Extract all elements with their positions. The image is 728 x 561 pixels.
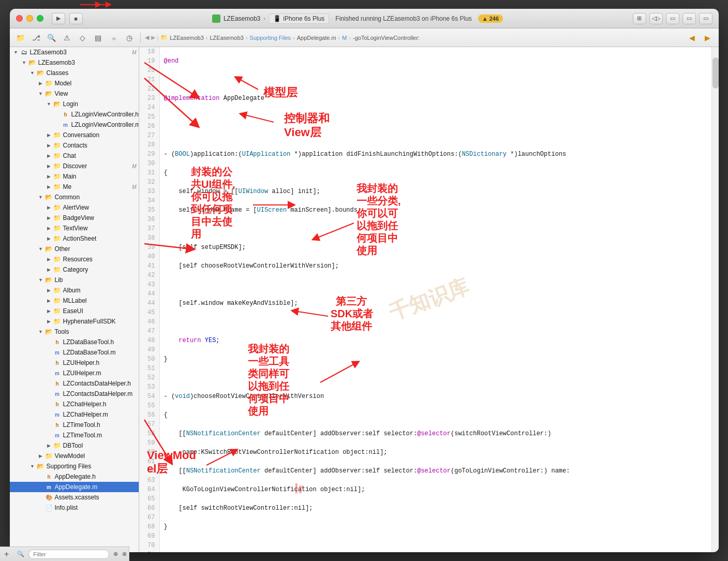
tree-item-album[interactable]: ▶ Album <box>10 285 139 296</box>
panel-toggle-btn[interactable]: ⊞ <box>633 13 646 24</box>
navigator-folder-btn[interactable]: 📁 <box>14 31 27 45</box>
tree-item-lzchathelper-h[interactable]: ▶ h LZChatHelper.h <box>10 399 139 409</box>
breadcrumb-item-2[interactable]: LZEasemob3 <box>210 35 243 41</box>
tree-item-me[interactable]: ▶ Me M <box>10 182 139 192</box>
tree-item-lzdatabasetool-m[interactable]: ▶ m LZDataBaseTool.m <box>10 347 139 358</box>
folder-icon <box>28 58 37 67</box>
tree-item-tools[interactable]: ▼ Tools <box>10 327 139 337</box>
tree-item-assets[interactable]: ▶ 🎨 Assets.xcassets <box>10 492 139 503</box>
device-name: iPhone 6s Plus <box>283 15 324 22</box>
tree-item-view[interactable]: ▼ View <box>10 88 139 99</box>
tree-item-lib[interactable]: ▼ Lib <box>10 275 139 285</box>
ln-52: 52 <box>139 373 159 382</box>
tree-item-infoplist[interactable]: ▶ 📄 Info.plist <box>10 503 139 513</box>
breadcrumb-item-4[interactable]: AppDelegate.m <box>297 35 336 41</box>
tree-item-lzdatabasetool-h[interactable]: ▶ h LZDataBaseTool.h <box>10 337 139 347</box>
run-button[interactable]: ▶ <box>52 13 65 24</box>
tree-item-discover[interactable]: ▶ Discover M <box>10 161 139 171</box>
breadcrumb-nav-fwd[interactable]: ▶ <box>151 34 155 41</box>
tree-item-lzeasemob3-root[interactable]: ▼ 🗂 LZEasemob3 M <box>10 47 139 57</box>
navigator-btn[interactable]: ▭ <box>666 13 679 24</box>
tree-item-main[interactable]: ▶ Main <box>10 171 139 182</box>
tree-item-alertview[interactable]: ▶ AlertView <box>10 202 139 213</box>
tree-item-lzchathelper-m[interactable]: ▶ m LZChatHelper.m <box>10 409 139 420</box>
minimize-button[interactable] <box>26 15 33 22</box>
file-h-icon: h <box>62 110 70 119</box>
warning-badge[interactable]: ▲ 246 <box>478 14 503 23</box>
expand-arrow: ▶ <box>45 288 53 293</box>
tree-item-lzeasemob3-group[interactable]: ▼ LZEasemob3 <box>10 57 139 68</box>
tree-item-hyphenate[interactable]: ▶ HyphenateFullSDK <box>10 316 139 327</box>
source-control-btn[interactable]: ⎇ <box>29 31 43 45</box>
expand-arrow: ▶ <box>45 132 53 138</box>
ln-31: 31 <box>139 168 159 178</box>
tree-item-contacts[interactable]: ▶ Contacts <box>10 140 139 151</box>
breadcrumb-item-5[interactable]: M <box>342 35 347 41</box>
tree-label: LZEasemob3 <box>38 59 75 66</box>
tree-item-actionsheet[interactable]: ▶ ActionSheet <box>10 233 139 244</box>
tree-item-dbtool[interactable]: ▶ DBTool <box>10 440 139 451</box>
code-content[interactable]: @end @implementation AppDelegate - (BOOL… <box>160 47 719 552</box>
expand-arrow: ▶ <box>45 174 53 179</box>
search-btn[interactable]: 🔍 <box>45 31 58 45</box>
tree-item-other[interactable]: ▼ Other <box>10 244 139 254</box>
tree-item-conversation[interactable]: ▶ Conversation <box>10 130 139 140</box>
editor-btn[interactable]: ▭ <box>682 13 696 24</box>
test-btn[interactable]: ◇ <box>76 31 90 45</box>
tree-item-lzloginvc-m[interactable]: ▶ m LZLoginViewController.m <box>10 120 139 130</box>
history-btn[interactable]: ◷ <box>123 31 136 45</box>
vertical-scrollbar[interactable] <box>711 47 719 552</box>
tree-item-viewmodel[interactable]: ▶ ViewModel <box>10 451 139 461</box>
tree-item-lzcontactshelper-m[interactable]: ▶ m LZContactsDataHelper.m <box>10 389 139 399</box>
ln-54: 54 <box>139 392 159 401</box>
back-forward-btn[interactable]: ◁▷ <box>649 13 663 24</box>
tree-item-lztimetool-m[interactable]: ▶ m LZTimeTool.m <box>10 430 139 440</box>
scrollbar-thumb[interactable] <box>712 57 719 88</box>
maximize-button[interactable] <box>37 15 43 22</box>
breakpoint-btn[interactable]: ⬦ <box>107 31 121 45</box>
tree-item-lzloginvc-h[interactable]: ▶ h LZLoginViewController.h <box>10 109 139 120</box>
tree-item-appdelegate-h[interactable]: ▶ h AppDelegate.h <box>10 471 139 482</box>
code-container[interactable]: 18 19 20 21 22 23 24 25 26 27 28 29 30 3… <box>139 47 719 552</box>
device-badge[interactable]: 📱 iPhone 6s Plus <box>269 13 329 24</box>
tree-item-lztimetool-h[interactable]: ▶ h LZTimeTool.h <box>10 420 139 430</box>
folder-icon <box>53 297 62 305</box>
tree-item-resources[interactable]: ▶ Resources <box>10 254 139 264</box>
tree-item-login[interactable]: ▼ Login <box>10 99 139 109</box>
folder-icon <box>45 193 53 201</box>
tree-item-model[interactable]: ▶ Model <box>10 78 139 88</box>
tree-item-chat[interactable]: ▶ Chat <box>10 151 139 161</box>
tree-item-mllabel[interactable]: ▶ MLLabel <box>10 296 139 306</box>
filter-options-btn[interactable]: ⊕ <box>113 551 118 552</box>
tree-item-textview[interactable]: ▶ TextView <box>10 223 139 233</box>
tree-item-lzcontactshelper-h[interactable]: ▶ h LZContactsDataHelper.h <box>10 378 139 389</box>
breadcrumb-nav-back[interactable]: ◀ <box>145 34 149 41</box>
breadcrumb-item-6[interactable]: -goToLoginViewController: <box>353 35 420 41</box>
tree-item-classes[interactable]: ▼ Classes <box>10 68 139 78</box>
tree-item-common[interactable]: ▼ Common <box>10 192 139 202</box>
ln-59: 59 <box>139 438 159 448</box>
ln-34: 34 <box>139 196 159 205</box>
filter-input[interactable] <box>28 550 109 553</box>
warning-nav-left[interactable]: ◀ <box>686 31 699 45</box>
stop-button[interactable]: ■ <box>69 13 83 24</box>
close-button[interactable] <box>16 15 23 22</box>
tree-item-category[interactable]: ▶ Category <box>10 264 139 275</box>
tree-item-appdelegate-m[interactable]: ▶ m AppDelegate.m <box>10 482 139 492</box>
tree-item-badgeview[interactable]: ▶ BadgeView <box>10 213 139 223</box>
utilities-btn[interactable]: ▭ <box>699 13 712 24</box>
ln-71: 71 <box>139 550 159 552</box>
ln-32: 32 <box>139 178 159 187</box>
breadcrumb-item-1[interactable]: LZEasemob3 <box>170 35 203 41</box>
ln-29: 29 <box>139 150 159 159</box>
warning-btn[interactable]: ⚠ <box>61 31 74 45</box>
tree-item-lzuihelper-h[interactable]: ▶ h LZUIHelper.h <box>10 358 139 368</box>
tree-item-supporting[interactable]: ▼ Supporting Files <box>10 461 139 471</box>
filter-recent-btn[interactable]: ⊗ <box>122 551 127 552</box>
tree-item-easeui[interactable]: ▶ EaseUI <box>10 306 139 316</box>
warning-nav-right[interactable]: ▶ <box>701 31 715 45</box>
tree-item-lzuihelper-m[interactable]: ▶ m LZUIHelper.m <box>10 368 139 378</box>
debug-btn[interactable]: ▤ <box>92 31 105 45</box>
file-m-icon: m <box>53 410 62 419</box>
breadcrumb-item-3[interactable]: Supporting Files <box>250 35 291 41</box>
